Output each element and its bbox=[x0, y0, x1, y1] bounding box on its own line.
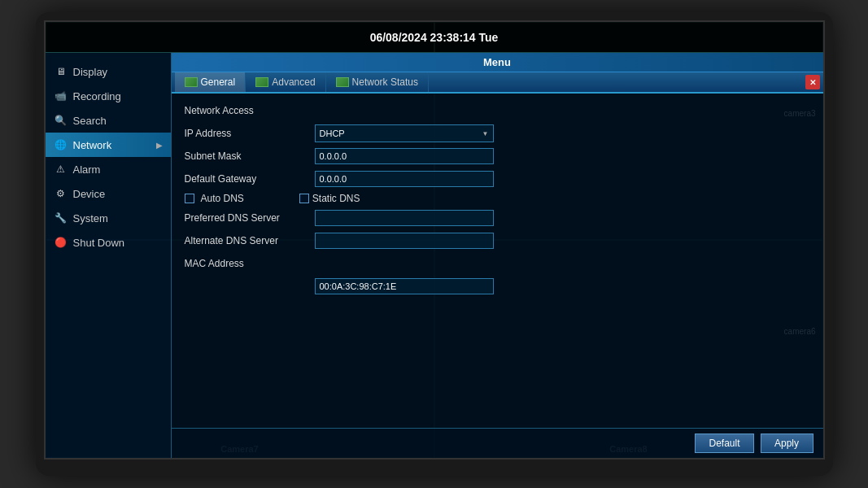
monitor: camera3 Camera7 camera6 Camera8 06/08/20… bbox=[36, 12, 833, 476]
sidebar-item-alarm[interactable]: ⚠ Alarm bbox=[46, 157, 171, 181]
datetime: 06/08/2024 23:38:14 Tue bbox=[370, 31, 499, 44]
sidebar-label-system: System bbox=[73, 212, 108, 224]
general-tab-label: General bbox=[201, 76, 236, 88]
screen: camera3 Camera7 camera6 Camera8 06/08/20… bbox=[44, 20, 825, 460]
ip-address-select[interactable]: DHCP ▼ bbox=[315, 124, 494, 142]
default-button[interactable]: Default bbox=[695, 434, 753, 453]
ip-address-label: IP Address bbox=[185, 128, 315, 139]
static-dns-container: Static DNS bbox=[299, 193, 360, 204]
sidebar-label-network: Network bbox=[73, 139, 112, 151]
ip-address-value: DHCP bbox=[320, 129, 345, 138]
sidebar-item-device[interactable]: ⚙ Device bbox=[46, 181, 171, 206]
advanced-tab-icon bbox=[255, 77, 268, 87]
menu-overlay: 06/08/2024 23:38:14 Tue 🖥 Display 📹 Reco… bbox=[46, 22, 823, 458]
sidebar-item-display[interactable]: 🖥 Display bbox=[46, 59, 171, 84]
device-icon: ⚙ bbox=[54, 186, 68, 201]
tab-advanced[interactable]: Advanced bbox=[246, 72, 325, 92]
sidebar-label-device: Device bbox=[73, 188, 106, 200]
alternate-dns-row: Alternate DNS Server bbox=[185, 232, 810, 250]
default-gateway-row: Default Gateway bbox=[185, 170, 810, 188]
sidebar-label-search: Search bbox=[73, 115, 107, 127]
search-icon: 🔍 bbox=[54, 113, 68, 128]
subnet-mask-label: Subnet Mask bbox=[185, 150, 315, 162]
network-status-tab-icon bbox=[336, 77, 349, 87]
tabs: General Advanced Network Status ✕ bbox=[172, 72, 823, 94]
preferred-dns-input[interactable] bbox=[315, 210, 494, 226]
default-gateway-input[interactable] bbox=[315, 171, 494, 187]
sidebar-label-recording: Recording bbox=[73, 90, 121, 102]
static-dns-checkbox[interactable] bbox=[299, 194, 309, 203]
mac-address-label: MAC Address bbox=[185, 258, 315, 269]
alarm-icon: ⚠ bbox=[54, 162, 68, 176]
advanced-tab-label: Advanced bbox=[272, 76, 315, 88]
mac-address-row: MAC Address bbox=[185, 255, 810, 272]
subnet-mask-row: Subnet Mask bbox=[185, 147, 810, 165]
default-gateway-label: Default Gateway bbox=[185, 173, 315, 185]
display-icon: 🖥 bbox=[54, 64, 68, 79]
top-bar: 06/08/2024 23:38:14 Tue bbox=[46, 22, 823, 53]
sidebar-item-search[interactable]: 🔍 Search bbox=[46, 108, 171, 133]
subnet-mask-input[interactable] bbox=[315, 148, 494, 164]
static-dns-label: Static DNS bbox=[312, 193, 360, 204]
apply-button[interactable]: Apply bbox=[761, 434, 813, 453]
ip-address-row: IP Address DHCP ▼ bbox=[185, 124, 810, 142]
sidebar-item-system[interactable]: 🔧 System bbox=[46, 206, 171, 230]
sidebar-item-shutdown[interactable]: 🔴 Shut Down bbox=[46, 230, 171, 255]
tab-general[interactable]: General bbox=[175, 72, 246, 92]
form-area: Network Access IP Address DHCP ▼ bbox=[172, 94, 823, 428]
sidebar-label-display: Display bbox=[73, 66, 108, 78]
preferred-dns-label: Preferred DNS Server bbox=[185, 212, 315, 224]
content-area: Menu General Advanced Net bbox=[172, 53, 823, 458]
sidebar-item-network[interactable]: 🌐 Network ▶ bbox=[46, 133, 171, 157]
mac-address-value-row bbox=[185, 277, 810, 295]
network-access-row: Network Access bbox=[185, 102, 810, 120]
network-access-label: Network Access bbox=[185, 105, 315, 116]
recording-icon: 📹 bbox=[54, 89, 68, 103]
sidebar-item-recording[interactable]: 📹 Recording bbox=[46, 84, 171, 108]
menu-title: Menu bbox=[172, 53, 823, 72]
auto-dns-checkbox[interactable] bbox=[185, 194, 194, 203]
network-arrow-icon: ▶ bbox=[156, 141, 163, 150]
sidebar: 🖥 Display 📹 Recording 🔍 Search 🌐 Network bbox=[46, 53, 172, 458]
auto-dns-label: Auto DNS bbox=[201, 193, 244, 204]
tab-network-status[interactable]: Network Status bbox=[326, 72, 429, 92]
shutdown-icon: 🔴 bbox=[54, 235, 68, 250]
general-tab-icon bbox=[185, 77, 198, 87]
bottom-bar: Default Apply bbox=[172, 428, 823, 458]
dns-row: Auto DNS Static DNS bbox=[185, 193, 810, 204]
alternate-dns-label: Alternate DNS Server bbox=[185, 235, 315, 246]
sidebar-label-alarm: Alarm bbox=[73, 163, 101, 176]
select-arrow-icon: ▼ bbox=[482, 130, 489, 137]
network-icon: 🌐 bbox=[54, 137, 68, 152]
sidebar-label-shutdown: Shut Down bbox=[73, 237, 125, 249]
alternate-dns-input[interactable] bbox=[315, 233, 494, 249]
network-status-tab-label: Network Status bbox=[352, 76, 418, 88]
close-button[interactable]: ✕ bbox=[805, 75, 820, 89]
mac-address-input[interactable] bbox=[315, 278, 494, 294]
system-icon: 🔧 bbox=[54, 211, 68, 225]
main-area: 🖥 Display 📹 Recording 🔍 Search 🌐 Network bbox=[46, 53, 823, 458]
preferred-dns-row: Preferred DNS Server bbox=[185, 209, 810, 227]
